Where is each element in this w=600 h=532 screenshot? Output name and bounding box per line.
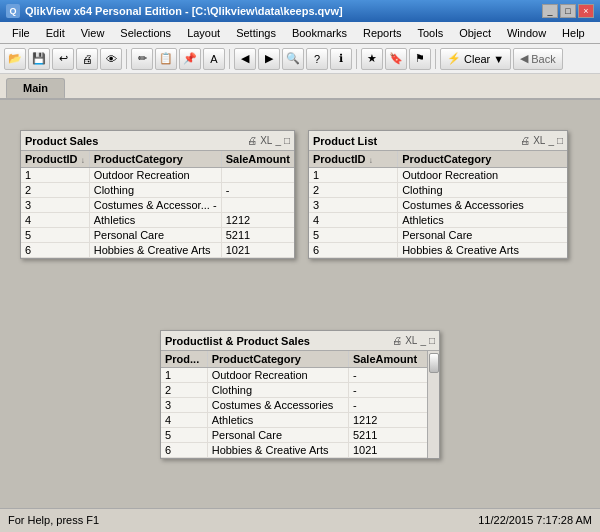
save-button[interactable]: 💾: [28, 48, 50, 70]
menu-help[interactable]: Help: [554, 25, 593, 41]
table-row: 4 Athletics: [309, 213, 567, 228]
menu-view[interactable]: View: [73, 25, 113, 41]
minimize-panel-button[interactable]: _: [275, 135, 281, 146]
print-button[interactable]: 🖨: [76, 48, 98, 70]
xl-combined-export-button[interactable]: XL: [405, 335, 417, 346]
menu-object[interactable]: Object: [451, 25, 499, 41]
cell-id: 6: [309, 243, 398, 258]
cell-id: 5: [309, 228, 398, 243]
col-saleamount[interactable]: SaleAmount: [221, 151, 294, 168]
cell-id: 4: [309, 213, 398, 228]
cell-amount: 1021: [348, 443, 427, 458]
cell-id: 3: [309, 198, 398, 213]
col-productid[interactable]: ProductID ↓: [21, 151, 89, 168]
paste-button[interactable]: 📌: [179, 48, 201, 70]
copy-button[interactable]: 📋: [155, 48, 177, 70]
product-sales-panel: Product Sales 🖨 XL _ □ ProductID ↓ Produ…: [20, 130, 295, 259]
tab-main[interactable]: Main: [6, 78, 65, 98]
app-icon: Q: [6, 4, 20, 18]
cell-category: Personal Care: [398, 228, 567, 243]
menu-file[interactable]: File: [4, 25, 38, 41]
table-header-row: Prod... ProductCategory SaleAmount: [161, 351, 427, 368]
menu-bar: File Edit View Selections Layout Setting…: [0, 22, 600, 44]
col-prod[interactable]: Prod...: [161, 351, 207, 368]
print-combined-panel-icon[interactable]: 🖨: [392, 335, 402, 346]
title-bar-controls[interactable]: _ □ ×: [542, 4, 594, 18]
minimize-button[interactable]: _: [542, 4, 558, 18]
menu-window[interactable]: Window: [499, 25, 554, 41]
panel-list-controls: 🖨 XL _ □: [520, 135, 563, 146]
window-title: QlikView x64 Personal Edition - [C:\Qlik…: [25, 5, 343, 17]
cell-amount: 5211: [348, 428, 427, 443]
cell-amount: 1021: [221, 243, 294, 258]
table-header-row: ProductID ↓ ProductCategory SaleAmount: [21, 151, 294, 168]
menu-settings[interactable]: Settings: [228, 25, 284, 41]
product-list-panel: Product List 🖨 XL _ □ ProductID ↓ Produc…: [308, 130, 568, 259]
help-button[interactable]: ?: [306, 48, 328, 70]
maximize-button[interactable]: □: [560, 4, 576, 18]
info-button[interactable]: ℹ: [330, 48, 352, 70]
productlist-sales-panel: Productlist & Product Sales 🖨 XL _ □ Pro…: [160, 330, 440, 459]
table-row: 2 Clothing -: [161, 383, 427, 398]
clear-icon: ⚡: [447, 52, 461, 65]
back-nav-button[interactable]: ◀: [234, 48, 256, 70]
col-productid-list[interactable]: ProductID ↓: [309, 151, 398, 168]
scrollbar-thumb[interactable]: [429, 353, 439, 373]
table-row: 4 Athletics 1212: [21, 213, 294, 228]
open-button[interactable]: 📂: [4, 48, 26, 70]
close-button[interactable]: ×: [578, 4, 594, 18]
cell-id: 5: [21, 228, 89, 243]
toolbar-separator-2: [229, 49, 230, 69]
menu-edit[interactable]: Edit: [38, 25, 73, 41]
toolbar: 📂 💾 ↩ 🖨 👁 ✏ 📋 📌 A ◀ ▶ 🔍 ? ℹ ★ 🔖 ⚑ ⚡ Clea…: [0, 44, 600, 74]
menu-tools[interactable]: Tools: [409, 25, 451, 41]
table-row: 5 Personal Care 5211: [21, 228, 294, 243]
cell-category: Athletics: [207, 413, 348, 428]
col-productcategory-list[interactable]: ProductCategory: [398, 151, 567, 168]
status-bar: For Help, press F1 11/22/2015 7:17:28 AM: [0, 508, 600, 530]
xl-export-button[interactable]: XL: [260, 135, 272, 146]
clear-button[interactable]: ⚡ Clear ▼: [440, 48, 511, 70]
maximize-list-panel-button[interactable]: □: [557, 135, 563, 146]
menu-bookmarks[interactable]: Bookmarks: [284, 25, 355, 41]
maximize-combined-panel-button[interactable]: □: [429, 335, 435, 346]
cell-category: Clothing: [89, 183, 221, 198]
menu-selections[interactable]: Selections: [112, 25, 179, 41]
maximize-panel-button[interactable]: □: [284, 135, 290, 146]
tab-bar: Main: [0, 74, 600, 100]
productlist-sales-header: Productlist & Product Sales 🖨 XL _ □: [161, 331, 439, 351]
help-text: For Help, press F1: [8, 514, 99, 526]
preview-button[interactable]: 👁: [100, 48, 122, 70]
title-bar: Q QlikView x64 Personal Edition - [C:\Ql…: [0, 0, 600, 22]
minimize-list-panel-button[interactable]: _: [548, 135, 554, 146]
col-productcategory-combined[interactable]: ProductCategory: [207, 351, 348, 368]
xl-list-export-button[interactable]: XL: [533, 135, 545, 146]
scrollbar-vertical[interactable]: [427, 351, 439, 458]
back-button[interactable]: ◀ Back: [513, 48, 562, 70]
table-row: 5 Personal Care: [309, 228, 567, 243]
back-label: Back: [531, 53, 555, 65]
cell-category: Costumes & Accessories: [207, 398, 348, 413]
table-row: 2 Clothing: [309, 183, 567, 198]
minimize-combined-panel-button[interactable]: _: [420, 335, 426, 346]
bookmark-button[interactable]: 🔖: [385, 48, 407, 70]
cell-id: 6: [21, 243, 89, 258]
col-saleamount-combined[interactable]: SaleAmount: [348, 351, 427, 368]
print-panel-list-icon[interactable]: 🖨: [520, 135, 530, 146]
cell-amount: 1212: [348, 413, 427, 428]
undo-button[interactable]: ↩: [52, 48, 74, 70]
product-list-title: Product List: [313, 135, 377, 147]
cell-id: 4: [21, 213, 89, 228]
search-button[interactable]: 🔍: [282, 48, 304, 70]
star-button[interactable]: ★: [361, 48, 383, 70]
flag-button[interactable]: ⚑: [409, 48, 431, 70]
forward-nav-button[interactable]: ▶: [258, 48, 280, 70]
menu-reports[interactable]: Reports: [355, 25, 410, 41]
format-button[interactable]: A: [203, 48, 225, 70]
product-sales-table: ProductID ↓ ProductCategory SaleAmount 1…: [21, 151, 294, 258]
edit-button[interactable]: ✏: [131, 48, 153, 70]
col-productcategory[interactable]: ProductCategory: [89, 151, 221, 168]
cell-category: Hobbies & Creative Arts: [398, 243, 567, 258]
print-panel-icon[interactable]: 🖨: [247, 135, 257, 146]
menu-layout[interactable]: Layout: [179, 25, 228, 41]
